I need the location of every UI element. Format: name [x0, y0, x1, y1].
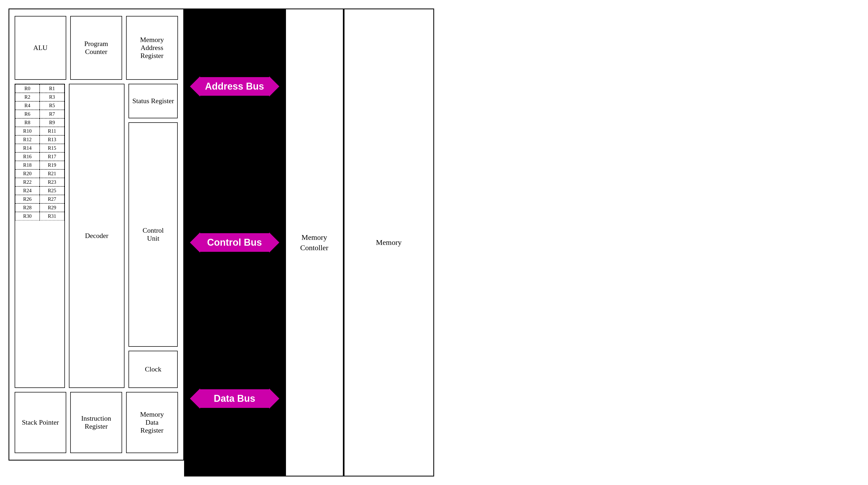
- address-bus-label: Address Bus: [200, 81, 269, 92]
- register-cell: R21: [40, 169, 64, 178]
- data-bus-label: Data Bus: [200, 393, 269, 404]
- data-bus-arrow: Data Bus: [200, 389, 269, 408]
- register-cell: R22: [15, 178, 40, 186]
- register-cell: R23: [40, 178, 64, 186]
- memory-box: Memory: [344, 8, 434, 477]
- decoder-label: Decoder: [85, 232, 108, 240]
- register-cell: R15: [40, 144, 64, 152]
- program-counter-label: Program Counter: [84, 40, 108, 56]
- register-cell: R24: [15, 186, 40, 195]
- register-cell: R5: [40, 101, 64, 110]
- register-cell: R25: [40, 186, 64, 195]
- alu-label: ALU: [33, 44, 48, 52]
- register-cell: R18: [15, 161, 40, 169]
- memory-label: Memory: [376, 237, 401, 248]
- program-counter-box: Program Counter: [70, 16, 122, 80]
- register-cell: R9: [40, 118, 64, 127]
- register-cell: R1: [40, 84, 64, 93]
- mdr-label: Memory Data Register: [140, 411, 164, 434]
- register-cell: R6: [15, 110, 40, 118]
- clock-label: Clock: [145, 365, 161, 373]
- mdr-box: Memory Data Register: [126, 392, 178, 453]
- control-bus-arrow: Control Bus: [200, 233, 269, 252]
- control-bus-label: Control Bus: [200, 237, 269, 248]
- register-cell: R7: [40, 110, 64, 118]
- status-register-label: Status Register: [132, 97, 174, 105]
- register-cell: R11: [40, 127, 64, 135]
- register-cell: R31: [40, 212, 64, 220]
- cpu-row1: ALU Program Counter Memory Address Regis…: [14, 16, 178, 80]
- mar-label: Memory Address Register: [140, 36, 164, 60]
- alu-box: ALU: [14, 16, 66, 80]
- register-cell: R4: [15, 101, 40, 110]
- register-cell: R3: [40, 93, 64, 101]
- cpu-box: ALU Program Counter Memory Address Regis…: [8, 8, 184, 460]
- address-bus-arrow: Address Bus: [200, 77, 269, 96]
- register-cell: R17: [40, 152, 64, 161]
- address-bus-container: Address Bus: [189, 77, 280, 96]
- stack-pointer-box: Stack Pointer: [14, 392, 66, 453]
- register-cell: R29: [40, 203, 64, 212]
- cpu-row3: Stack Pointer Instruction Register Memor…: [14, 392, 178, 453]
- register-cell: R12: [15, 135, 40, 144]
- bus-area: Address Bus Control Bus Data Bus: [184, 8, 285, 477]
- cpu-row2: R0R1R2R3R4R5R6R7R8R9R10R11R12R13R14R15R1…: [14, 84, 178, 388]
- clock-box: Clock: [128, 351, 178, 388]
- instruction-register-box: Instruction Register: [70, 392, 122, 453]
- mar-box: Memory Address Register: [126, 16, 178, 80]
- register-cell: R30: [15, 212, 40, 220]
- instruction-register-label: Instruction Register: [81, 415, 111, 430]
- register-cell: R26: [15, 195, 40, 203]
- register-cell: R20: [15, 169, 40, 178]
- memory-controller-box: Memory Contoller: [285, 8, 344, 477]
- register-cell: R28: [15, 203, 40, 212]
- register-cell: R14: [15, 144, 40, 152]
- status-register-box: Status Register: [128, 84, 178, 118]
- control-unit-label: Control Unit: [143, 227, 164, 243]
- register-cell: R19: [40, 161, 64, 169]
- register-file: R0R1R2R3R4R5R6R7R8R9R10R11R12R13R14R15R1…: [14, 84, 65, 388]
- right-column: Status Register Control Unit Clock: [128, 84, 178, 388]
- register-cell: R10: [15, 127, 40, 135]
- data-bus-container: Data Bus: [189, 389, 280, 408]
- register-cell: R13: [40, 135, 64, 144]
- register-cell: R8: [15, 118, 40, 127]
- register-cell: R0: [15, 84, 40, 93]
- control-bus-container: Control Bus: [189, 233, 280, 252]
- control-unit-box: Control Unit: [128, 122, 178, 347]
- diagram: ALU Program Counter Memory Address Regis…: [8, 8, 860, 477]
- stack-pointer-label: Stack Pointer: [22, 419, 59, 426]
- register-cell: R16: [15, 152, 40, 161]
- register-cell: R27: [40, 195, 64, 203]
- register-cell: R2: [15, 93, 40, 101]
- memory-controller-label: Memory Contoller: [300, 232, 329, 253]
- decoder-box: Decoder: [69, 84, 124, 388]
